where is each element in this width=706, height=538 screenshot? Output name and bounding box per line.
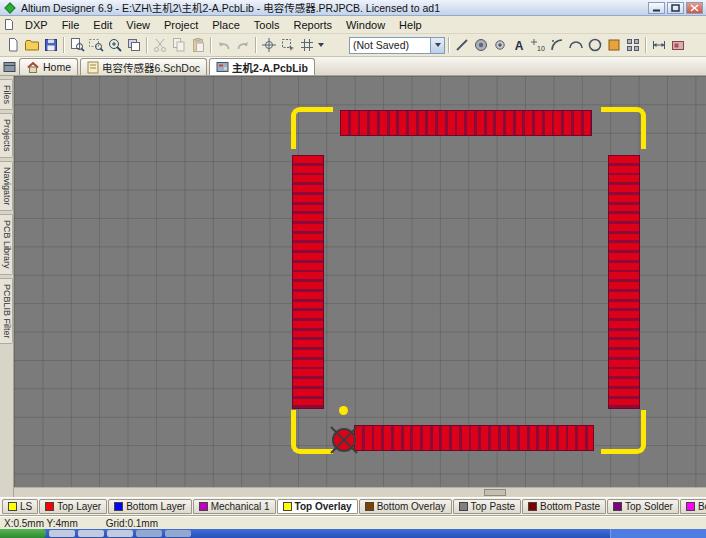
horizontal-scrollbar[interactable] — [14, 487, 706, 497]
place-fill-icon[interactable] — [604, 36, 623, 55]
combobox-dropdown-button[interactable] — [430, 38, 444, 53]
redo-icon[interactable] — [233, 36, 252, 55]
copy-icon[interactable] — [169, 36, 188, 55]
menu-file[interactable]: File — [55, 18, 87, 32]
menu-tools[interactable]: Tools — [247, 18, 287, 32]
crosshair-icon[interactable] — [259, 36, 278, 55]
layer-tab-mechanical-1[interactable]: Mechanical 1 — [193, 499, 276, 514]
paste-icon[interactable] — [188, 36, 207, 55]
quick-launch-item[interactable] — [78, 530, 104, 537]
sidebar-tab-pcblib-filter[interactable]: PCBLIB Filter — [0, 278, 13, 345]
silkscreen-corner-top-left[interactable] — [291, 107, 333, 149]
menu-window[interactable]: Window — [339, 18, 392, 32]
tab-home[interactable]: Home — [19, 58, 78, 75]
place-via-icon[interactable] — [490, 36, 509, 55]
zoom-selection-icon[interactable] — [124, 36, 143, 55]
toolbar-separator — [255, 37, 256, 53]
menu-edit[interactable]: Edit — [86, 18, 119, 32]
origin-dot[interactable] — [339, 406, 348, 415]
menu-view[interactable]: View — [119, 18, 157, 32]
doc-tab-label: 主机2-A.PcbLib — [232, 60, 308, 75]
pad-row-bottom[interactable] — [354, 425, 594, 451]
menu-dxp[interactable]: DXP — [18, 18, 55, 32]
layer-tab-bottom-layer[interactable]: Bottom Layer — [108, 499, 191, 514]
document-menu-icon[interactable] — [2, 18, 16, 32]
combobox-value: (Not Saved) — [350, 39, 430, 51]
taskbar-window-button[interactable] — [165, 530, 191, 537]
layer-tab-label: Mechanical 1 — [211, 501, 270, 512]
taskbar-window-button[interactable] — [136, 530, 162, 537]
document-tabbar: Home 电容传感器6.SchDoc 主机2-A.PcbLib — [0, 57, 706, 76]
selection-filter-combobox[interactable]: (Not Saved) — [349, 37, 445, 54]
scrollbar-thumb[interactable] — [484, 489, 506, 496]
pad-column-right[interactable] — [608, 155, 640, 409]
fit-document-icon[interactable] — [67, 36, 86, 55]
arc-edge-icon[interactable] — [566, 36, 585, 55]
sidebar-tab-projects[interactable]: Projects — [0, 113, 13, 158]
zoom-area-icon[interactable] — [86, 36, 105, 55]
quick-launch-item[interactable] — [107, 530, 133, 537]
doc-tab-label: Home — [43, 61, 71, 73]
undo-icon[interactable] — [214, 36, 233, 55]
minimize-button[interactable] — [648, 2, 665, 14]
place-room-icon[interactable] — [668, 36, 687, 55]
layer-color-swatch — [45, 502, 54, 511]
menu-place[interactable]: Place — [205, 18, 247, 32]
layer-tab-label: LS — [20, 501, 32, 512]
new-document-icon[interactable] — [3, 36, 22, 55]
layer-tab-label: Bottom Overlay — [377, 501, 446, 512]
layer-tab-bottom-solder[interactable]: Bottom Solder — [680, 499, 706, 514]
layer-color-swatch — [365, 502, 374, 511]
layer-tab-top-paste[interactable]: Top Paste — [453, 499, 521, 514]
place-pad-icon[interactable] — [471, 36, 490, 55]
silkscreen-corner-bottom-right[interactable] — [601, 410, 646, 454]
tab-pcblib[interactable]: 主机2-A.PcbLib — [209, 58, 315, 75]
sidebar-tab-files[interactable]: Files — [0, 79, 13, 110]
pad1-crosshair-marker[interactable] — [328, 424, 360, 456]
place-coordinate-icon[interactable]: 10 — [528, 36, 547, 55]
sidebar-tab-navigator[interactable]: Navigator — [0, 161, 13, 212]
layer-tab-top-solder[interactable]: Top Solder — [607, 499, 679, 514]
grid-settings-icon[interactable] — [297, 36, 316, 55]
layer-tab-label: Top Layer — [57, 501, 101, 512]
zoom-in-icon[interactable] — [105, 36, 124, 55]
layer-tabbar: LS Top Layer Bottom Layer Mechanical 1 T… — [0, 497, 706, 516]
silkscreen-corner-top-right[interactable] — [601, 107, 646, 149]
place-string-icon[interactable]: A — [509, 36, 528, 55]
tab-list-icon[interactable] — [2, 59, 17, 74]
layer-tab-bottom-paste[interactable]: Bottom Paste — [522, 499, 606, 514]
layer-tab-ls[interactable]: LS — [2, 499, 38, 514]
grid-readout: Grid:0.1mm — [106, 518, 158, 529]
toolbar-separator — [146, 37, 147, 53]
close-button[interactable] — [686, 2, 703, 14]
place-line-icon[interactable] — [452, 36, 471, 55]
full-circle-icon[interactable] — [585, 36, 604, 55]
paste-array-icon[interactable] — [623, 36, 642, 55]
grid-dropdown-button[interactable] — [316, 36, 325, 55]
sidebar-tab-pcb-library[interactable]: PCB Library — [0, 214, 13, 275]
layer-tab-bottom-overlay[interactable]: Bottom Overlay — [359, 499, 452, 514]
pad-column-left[interactable] — [292, 155, 324, 409]
place-dimension-icon[interactable] — [649, 36, 668, 55]
layer-tab-top-layer[interactable]: Top Layer — [39, 499, 107, 514]
layer-color-swatch — [114, 502, 123, 511]
layer-color-swatch — [613, 502, 622, 511]
cut-icon[interactable] — [150, 36, 169, 55]
menu-help[interactable]: Help — [392, 18, 429, 32]
maximize-button[interactable] — [667, 2, 684, 14]
pcb-canvas[interactable] — [14, 76, 706, 487]
arc-center-icon[interactable] — [547, 36, 566, 55]
home-icon — [26, 60, 40, 74]
open-folder-icon[interactable] — [22, 36, 41, 55]
layer-tab-top-overlay[interactable]: Top Overlay — [277, 499, 358, 514]
start-button[interactable] — [0, 529, 46, 538]
tab-schdoc[interactable]: 电容传感器6.SchDoc — [80, 58, 207, 75]
menu-project[interactable]: Project — [157, 18, 205, 32]
system-tray[interactable] — [610, 529, 706, 538]
menu-reports[interactable]: Reports — [286, 18, 339, 32]
save-icon[interactable] — [41, 36, 60, 55]
silkscreen-corner-bottom-left[interactable] — [291, 410, 333, 454]
quick-launch-item[interactable] — [49, 530, 75, 537]
selection-filter-icon[interactable] — [278, 36, 297, 55]
pad-row-top[interactable] — [340, 110, 592, 136]
